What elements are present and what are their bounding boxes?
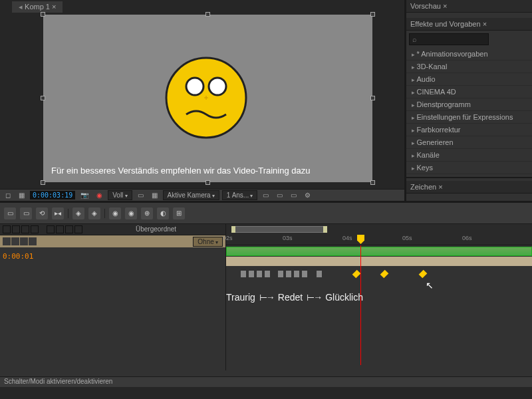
- right-panel-stack: Vorschau × Effekte und Vorgaben × * Anim…: [406, 0, 532, 201]
- keyframe[interactable]: [294, 271, 299, 277]
- timecode[interactable]: 0:00:03:19: [30, 191, 75, 200]
- btn-b[interactable]: ▭: [260, 191, 271, 200]
- timeline-panel: ▭ ▭ ⟲ ▸◂ ◈ ◈ ◉ ◉ ⊕ ◐ ⊞: [0, 201, 532, 387]
- col-blend[interactable]: [65, 225, 73, 233]
- composition-viewer: Komp 1 × Für ein besseres Verständis emp…: [0, 0, 406, 201]
- views-dropdown[interactable]: 1 Ans...: [222, 190, 258, 200]
- draw-label: Zeichen: [410, 183, 436, 191]
- layer-duration[interactable]: [226, 257, 532, 266]
- effects-label: Effekte und Vorgaben: [410, 20, 481, 28]
- parent-dropdown[interactable]: Ohne: [193, 237, 223, 247]
- time-tick: 02s: [223, 235, 233, 241]
- playhead[interactable]: [360, 245, 361, 365]
- transparency-icon[interactable]: ▦: [149, 191, 160, 200]
- handle-bot-right[interactable]: [370, 180, 375, 185]
- handle-top-right[interactable]: [370, 12, 375, 17]
- svg-point-2: [209, 78, 226, 95]
- btn-e[interactable]: ⚙: [302, 191, 313, 200]
- camera-dropdown[interactable]: Aktive Kamera: [163, 190, 219, 200]
- effects-category[interactable]: Farbkorrektur: [406, 124, 532, 136]
- keyframe[interactable]: [257, 271, 262, 277]
- state-happy: Glücklich: [325, 292, 363, 303]
- magnify-icon[interactable]: ◻: [3, 191, 13, 200]
- tool-icon[interactable]: ▭: [20, 207, 32, 219]
- layer-bar[interactable]: [226, 247, 532, 256]
- col-3d[interactable]: [74, 225, 82, 233]
- preview-panel-header[interactable]: Vorschau ×: [406, 0, 532, 13]
- viewer-toolbar: ◻ ▦ 0:00:03:19 📷 ◉ Voll ▭ ▦ Aktive Kamer…: [0, 189, 404, 201]
- work-area-start[interactable]: [231, 226, 235, 233]
- btn-a[interactable]: ▭: [135, 191, 146, 200]
- tool-icon[interactable]: ⊕: [141, 207, 153, 219]
- effects-category[interactable]: Einstellungen für Expressions: [406, 111, 532, 124]
- cube-icon[interactable]: ◈: [72, 207, 84, 219]
- arrow-icon: ⊢→: [259, 292, 274, 303]
- tool-icon[interactable]: ◐: [157, 207, 169, 219]
- tool-icon[interactable]: ▭: [4, 207, 16, 219]
- tool-icon[interactable]: ⊞: [173, 207, 185, 219]
- effects-tree: * Animationsvorgaben3D-KanalAudioCINEMA …: [406, 48, 532, 174]
- close-icon[interactable]: ×: [52, 3, 56, 11]
- btn-d[interactable]: ▭: [288, 191, 299, 200]
- effects-category[interactable]: CINEMA 4D: [406, 86, 532, 98]
- composition-tab[interactable]: Komp 1 ×: [12, 1, 63, 13]
- handle-bot-mid[interactable]: [205, 180, 210, 185]
- keyframe-active[interactable]: [380, 270, 389, 279]
- snapshot-icon[interactable]: 📷: [78, 191, 91, 200]
- grid-icon[interactable]: ▦: [16, 191, 27, 200]
- draw-panel-header[interactable]: Zeichen ×: [406, 181, 532, 194]
- effects-category[interactable]: Audio: [406, 73, 532, 86]
- handle-mid-left[interactable]: [41, 96, 45, 100]
- keyframe[interactable]: [241, 271, 246, 277]
- handle-top-left[interactable]: [41, 12, 45, 17]
- effects-category[interactable]: Keys: [406, 162, 532, 174]
- tool-icon[interactable]: ◉: [125, 207, 137, 219]
- effects-category[interactable]: Kanäle: [406, 149, 532, 162]
- effects-category[interactable]: 3D-Kanal: [406, 61, 532, 73]
- keyframe[interactable]: [286, 271, 291, 277]
- effects-category[interactable]: Dienstprogramm: [406, 98, 532, 111]
- state-labels: Traurig ⊢→ Redet ⊢→ Glücklich: [226, 292, 363, 303]
- close-icon[interactable]: ×: [443, 2, 447, 10]
- effects-category[interactable]: * Animationsvorgaben: [406, 48, 532, 61]
- keyframe-active[interactable]: [419, 270, 428, 279]
- channel-icon[interactable]: ◉: [94, 191, 105, 200]
- time-ruler[interactable]: 02s03s04s05s06s: [226, 224, 532, 245]
- close-icon[interactable]: ×: [438, 183, 442, 191]
- overlay-caption: Für ein besseres Verständis empfehlen wi…: [51, 166, 311, 176]
- current-time[interactable]: 0:00:01: [3, 252, 33, 261]
- work-area-bar[interactable]: [233, 226, 326, 233]
- tool-icon[interactable]: ◉: [109, 207, 121, 219]
- keyframe[interactable]: [278, 271, 283, 277]
- handle-mid-right[interactable]: [370, 96, 375, 100]
- handle-top-mid[interactable]: [205, 12, 210, 17]
- btn-c[interactable]: ▭: [274, 191, 285, 200]
- effects-category[interactable]: Generieren: [406, 136, 532, 149]
- canvas[interactable]: Für ein besseres Verständis empfehlen wi…: [43, 15, 372, 182]
- timeline-tracks[interactable]: 02s03s04s05s06s: [226, 224, 532, 370]
- keyframe[interactable]: [265, 271, 270, 277]
- effects-panel-header[interactable]: Effekte und Vorgaben ×: [406, 18, 532, 31]
- col-fx[interactable]: [56, 225, 64, 233]
- work-area-end[interactable]: [323, 226, 327, 233]
- tool-icon[interactable]: ⟲: [36, 207, 48, 219]
- col-shy[interactable]: [47, 225, 55, 233]
- keyframe[interactable]: [317, 271, 322, 277]
- keyframe[interactable]: [302, 271, 307, 277]
- col-lock[interactable]: [31, 225, 39, 233]
- cube-icon[interactable]: ◈: [88, 207, 100, 219]
- time-tick: 06s: [462, 235, 472, 241]
- handle-bot-left[interactable]: [41, 180, 45, 185]
- keyframe-active[interactable]: [352, 270, 361, 279]
- smiley-face[interactable]: [163, 55, 249, 141]
- tool-icon[interactable]: ▸◂: [52, 207, 64, 219]
- keyframe[interactable]: [249, 271, 254, 277]
- col-visibility[interactable]: [3, 225, 11, 233]
- resolution-dropdown[interactable]: Voll: [108, 190, 132, 200]
- effects-search-input[interactable]: [409, 33, 489, 45]
- close-icon[interactable]: ×: [483, 20, 487, 28]
- layer-row[interactable]: Ohne: [0, 235, 225, 247]
- cursor-icon: ↖: [426, 280, 434, 291]
- col-audio[interactable]: [12, 225, 20, 233]
- col-solo[interactable]: [21, 225, 29, 233]
